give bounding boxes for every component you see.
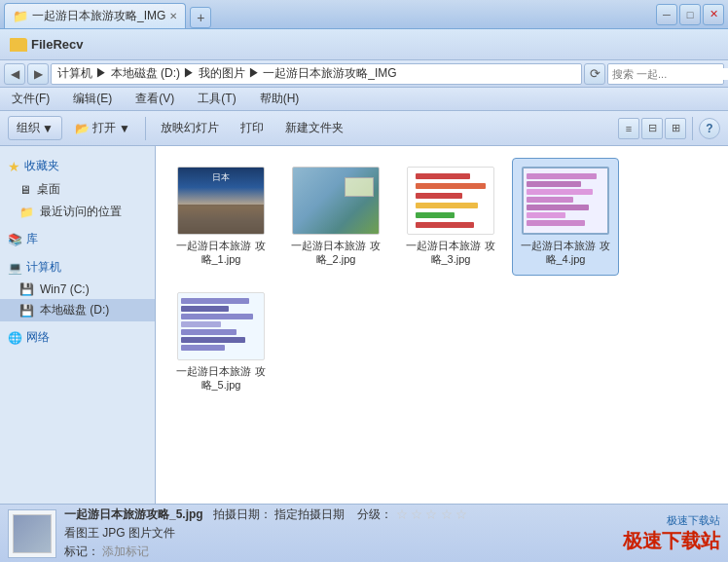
new-folder-label: 新建文件夹 (285, 120, 344, 136)
close-button[interactable]: ✕ (703, 4, 724, 25)
library-header[interactable]: 📚 库 (0, 227, 155, 251)
slideshow-button[interactable]: 放映幻灯片 (152, 116, 228, 140)
add-tab-button[interactable]: + (190, 7, 211, 28)
status-date-value: 指定拍摄日期 (274, 507, 345, 521)
active-tab[interactable]: 📁 一起游日本旅游攻略_IMG ✕ (4, 3, 186, 28)
folder-icon (10, 38, 27, 52)
toolbar-separator-2 (692, 117, 693, 140)
network-section: 🌐 网络 (0, 325, 155, 350)
help-button[interactable]: ? (699, 118, 720, 139)
recent-label: 最近访问的位置 (40, 204, 122, 220)
window-controls: ─ □ ✕ (656, 4, 724, 25)
watermark-main: 极速下载站 (623, 528, 720, 554)
sidebar-item-c-drive[interactable]: 💾 Win7 (C:) (0, 280, 155, 299)
filerecv-text: FileRecv (31, 37, 83, 52)
recent-icon: 📁 (19, 206, 34, 219)
view-icons-button[interactable]: ⊞ (665, 118, 686, 139)
favorites-header[interactable]: ★ 收藏夹 (0, 154, 155, 178)
status-tag-value: 添加标记 (102, 544, 149, 558)
print-label: 打印 (240, 120, 264, 136)
open-arrow-icon: ▼ (119, 122, 130, 135)
list-item[interactable]: 一起游日本旅游 攻略_3.jpg (397, 158, 504, 276)
minimize-button[interactable]: ─ (656, 4, 677, 25)
watermark-area: 极速下载站 极速下载站 (623, 513, 720, 554)
forward-button[interactable]: ▶ (27, 63, 49, 85)
tab-close-button[interactable]: ✕ (169, 11, 177, 21)
status-rating-label: 分级： (357, 507, 392, 521)
organize-label: 组织 (17, 120, 40, 136)
file-thumbnail-3 (407, 167, 494, 235)
title-tabs: 📁 一起游日本旅游攻略_IMG ✕ + (4, 0, 211, 28)
file-name-3: 一起游日本旅游 攻略_3.jpg (402, 239, 499, 267)
favorites-label: 收藏夹 (24, 158, 59, 174)
status-filetype: 看图王 JPG 图片文件 (64, 526, 175, 540)
c-drive-label: Win7 (C:) (40, 282, 90, 296)
list-item[interactable]: 日本 一起游日本旅游 攻略_1.jpg (167, 158, 274, 276)
list-item[interactable]: 一起游日本旅游 攻略_5.jpg (167, 283, 274, 401)
menu-edit[interactable]: 编辑(E) (69, 89, 116, 109)
sidebar-item-desktop[interactable]: 🖥 桌面 (0, 178, 155, 201)
nav-bar: ◀ ▶ 计算机 ▶ 本地磁盘 (D:) ▶ 我的图片 ▶ 一起游日本旅游攻略_I… (0, 60, 728, 88)
file-thumbnail-5 (177, 292, 265, 360)
network-header[interactable]: 🌐 网络 (0, 325, 155, 350)
status-date-label: 拍摄日期： (213, 507, 272, 521)
maximize-button[interactable]: □ (679, 4, 701, 25)
menu-tools[interactable]: 工具(T) (194, 89, 239, 109)
file-name-1: 一起游日本旅游 攻略_1.jpg (172, 239, 270, 267)
filerecv-label: FileRecv (4, 37, 89, 52)
file-thumbnail-1: 日本 (177, 167, 265, 235)
breadcrumb[interactable]: 计算机 ▶ 本地磁盘 (D:) ▶ 我的图片 ▶ 一起游日本旅游攻略_IMG (51, 63, 582, 85)
file-thumbnail-4 (522, 167, 609, 235)
list-item[interactable]: 一起游日本旅游 攻略_4.jpg (512, 158, 619, 276)
refresh-button[interactable]: ⟳ (584, 63, 605, 85)
toolbar: 组织 ▼ 📂 打开 ▼ 放映幻灯片 打印 新建文件夹 ≡ ⊟ ⊞ ? (0, 111, 728, 146)
sidebar-item-recent[interactable]: 📁 最近访问的位置 (0, 201, 155, 223)
sidebar-item-d-drive[interactable]: 💾 本地磁盘 (D:) (0, 299, 155, 321)
open-label: 打开 (92, 120, 116, 136)
menu-bar: 文件(F) 编辑(E) 查看(V) 工具(T) 帮助(H) (0, 88, 728, 111)
menu-file[interactable]: 文件(F) (8, 89, 54, 109)
organize-arrow-icon: ▼ (42, 122, 54, 135)
file-name-4: 一起游日本旅游 攻略_4.jpg (517, 239, 614, 267)
view-details-button[interactable]: ⊟ (641, 118, 663, 139)
open-button[interactable]: 📂 打开 ▼ (66, 116, 139, 140)
menu-help[interactable]: 帮助(H) (256, 89, 304, 109)
status-bar: 一起游日本旅游攻略_5.jpg 拍摄日期： 指定拍摄日期 分级： ☆ ☆ ☆ ☆… (0, 504, 728, 562)
watermark-prefix: 极速下载站 (623, 513, 720, 528)
view-controls: ≡ ⊟ ⊞ ? (618, 117, 720, 140)
new-folder-button[interactable]: 新建文件夹 (276, 116, 352, 140)
status-stars: ☆ ☆ ☆ ☆ ☆ (396, 507, 467, 521)
status-thumbnail (8, 509, 56, 558)
d-drive-label: 本地磁盘 (D:) (40, 302, 109, 318)
network-icon: 🌐 (8, 331, 22, 345)
computer-section: 💻 计算机 💾 Win7 (C:) 💾 本地磁盘 (D:) (0, 255, 155, 321)
star-icon: ★ (8, 159, 20, 174)
library-icon: 📚 (8, 233, 22, 246)
file-name-2: 一起游日本旅游 攻略_2.jpg (287, 239, 384, 267)
file-area: 日本 一起游日本旅游 攻略_1.jpg 一起游日本旅游 攻略_2.jpg (156, 146, 728, 504)
desktop-icon: 🖥 (19, 183, 31, 197)
back-button[interactable]: ◀ (4, 63, 25, 85)
main-content: ★ 收藏夹 🖥 桌面 📁 最近访问的位置 📚 库 💻 计算机 (0, 146, 728, 504)
menu-view[interactable]: 查看(V) (131, 89, 178, 109)
toolbar-separator-1 (145, 117, 146, 140)
organize-button[interactable]: 组织 ▼ (8, 116, 62, 140)
status-filename: 一起游日本旅游攻略_5.jpg (64, 507, 203, 521)
file-name-5: 一起游日本旅游 攻略_5.jpg (172, 364, 270, 393)
computer-header[interactable]: 💻 计算机 (0, 255, 155, 280)
search-input[interactable] (612, 68, 728, 80)
d-drive-icon: 💾 (19, 304, 34, 318)
filerecv-bar: FileRecv (0, 29, 728, 60)
title-bar: 📁 一起游日本旅游攻略_IMG ✕ + ─ □ ✕ (0, 0, 728, 29)
computer-label: 计算机 (26, 259, 61, 276)
view-list-button[interactable]: ≡ (618, 118, 639, 139)
file-thumbnail-2 (292, 167, 380, 235)
sidebar: ★ 收藏夹 🖥 桌面 📁 最近访问的位置 📚 库 💻 计算机 (0, 146, 156, 504)
list-item[interactable]: 一起游日本旅游 攻略_2.jpg (282, 158, 389, 276)
search-box[interactable]: 🔍 (607, 63, 724, 85)
status-tag-label: 标记： (64, 544, 99, 558)
tab-label: 一起游日本旅游攻略_IMG (32, 8, 165, 24)
print-button[interactable]: 打印 (232, 116, 273, 140)
network-label: 网络 (26, 329, 50, 346)
status-info: 一起游日本旅游攻略_5.jpg 拍摄日期： 指定拍摄日期 分级： ☆ ☆ ☆ ☆… (64, 506, 615, 562)
